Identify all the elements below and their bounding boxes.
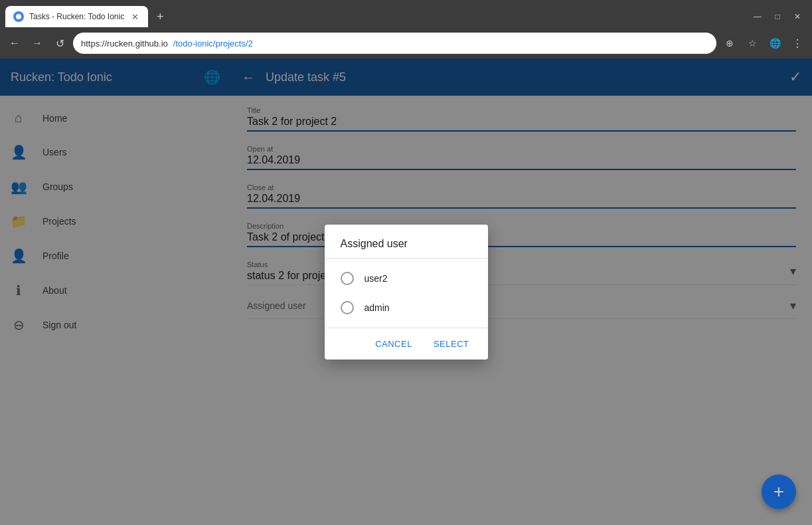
refresh-nav-button[interactable]: ↺ xyxy=(50,34,69,52)
cancel-button[interactable]: CANCEL xyxy=(367,334,420,354)
app-container: Rucken: Todo Ionic 🌐 ⌂ Home 👤 Users 👥 Gr… xyxy=(0,58,812,525)
maximize-button[interactable]: □ xyxy=(768,7,787,26)
radio-admin xyxy=(341,301,354,314)
tab-favicon xyxy=(13,11,24,22)
tab-title: Tasks - Rucken: Todo Ionic xyxy=(29,12,124,21)
radio-user2 xyxy=(341,272,354,285)
address-url-base: https://rucken.github.io xyxy=(81,39,168,49)
back-nav-button[interactable]: ← xyxy=(5,34,24,52)
dialog-title: Assigned user xyxy=(325,225,488,259)
dialog-backdrop[interactable]: Assigned user user2 admin CANCEL SELECT xyxy=(0,58,812,525)
active-tab[interactable]: Tasks - Rucken: Todo Ionic ✕ xyxy=(5,6,148,27)
edge-icon-button[interactable]: 🌐 xyxy=(766,34,784,52)
browser-chrome: Tasks - Rucken: Todo Ionic ✕ + — □ ✕ ← →… xyxy=(0,0,812,58)
minimize-button[interactable]: — xyxy=(748,7,767,26)
address-bar[interactable]: https://rucken.github.io/todo-ionic/proj… xyxy=(73,33,716,54)
dialog-actions: CANCEL SELECT xyxy=(325,328,488,360)
close-button[interactable]: ✕ xyxy=(788,7,807,26)
bookmark-button[interactable]: ☆ xyxy=(743,34,762,52)
new-tab-button[interactable]: + xyxy=(151,7,169,26)
menu-button[interactable]: ⋮ xyxy=(788,34,807,52)
window-controls: — □ ✕ xyxy=(748,7,807,26)
option-label-user2: user2 xyxy=(365,273,388,284)
browser-toolbar: ← → ↺ https://rucken.github.io/todo-ioni… xyxy=(0,28,812,58)
assigned-user-dialog: Assigned user user2 admin CANCEL SELECT xyxy=(325,225,488,360)
dialog-option-admin[interactable]: admin xyxy=(325,293,488,322)
translate-button[interactable]: ⊕ xyxy=(720,34,739,52)
dialog-options: user2 admin xyxy=(325,259,488,328)
tab-close-icon[interactable]: ✕ xyxy=(129,11,140,22)
option-label-admin: admin xyxy=(365,302,390,313)
forward-nav-button[interactable]: → xyxy=(28,34,46,52)
tab-bar: Tasks - Rucken: Todo Ionic ✕ + — □ ✕ xyxy=(0,0,812,28)
address-url-path: /todo-ionic/projects/2 xyxy=(173,39,253,49)
dialog-option-user2[interactable]: user2 xyxy=(325,264,488,293)
select-button[interactable]: SELECT xyxy=(426,334,477,354)
